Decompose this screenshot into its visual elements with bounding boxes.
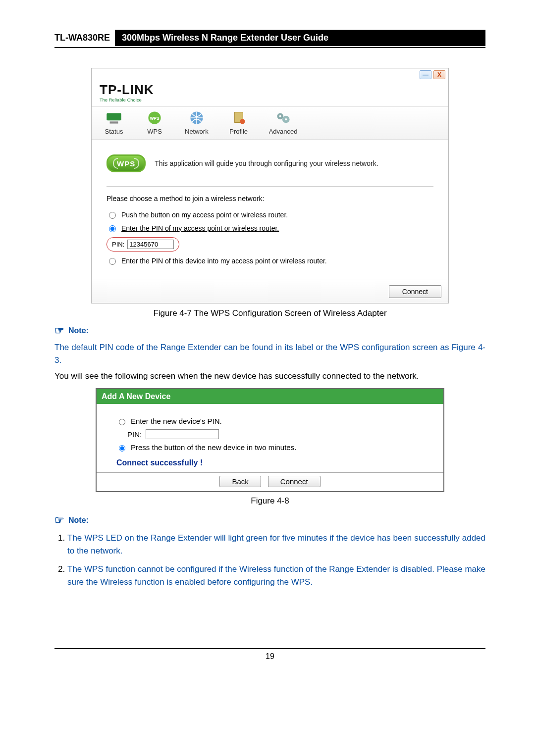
radio-push[interactable]	[109, 212, 116, 219]
back-button[interactable]: Back	[219, 476, 261, 487]
connect-button[interactable]: Connect	[389, 285, 441, 298]
option-label: Enter the new device's PIN.	[131, 417, 222, 425]
profile-icon	[228, 110, 249, 126]
svg-text:WPS: WPS	[150, 116, 159, 121]
option-label: Enter the PIN of my access point or wire…	[121, 224, 279, 232]
header-rule	[54, 47, 485, 48]
radio-press-button[interactable]	[119, 445, 125, 452]
option-label: Push the button on my access point or wi…	[121, 211, 288, 219]
radio-enter-device-pin[interactable]	[109, 258, 116, 265]
option-label: Enter the PIN of this device into my acc…	[121, 257, 327, 265]
note-1-body: The default PIN code of the Range Extend…	[54, 341, 485, 366]
tab-status[interactable]: Status	[104, 107, 124, 135]
add-device-panel: Add A New Device Enter the new device's …	[96, 388, 444, 492]
note-heading: ☞ Note:	[54, 324, 485, 337]
option-enter-device-pin[interactable]: Enter the PIN of this device into my acc…	[107, 256, 433, 265]
pointing-hand-icon: ☞	[54, 514, 64, 527]
brand-area: TP-LINK The Reliable Choice	[92, 81, 448, 106]
method-prompt: Please choose a method to join a wireles…	[107, 195, 433, 202]
option-enter-ap-pin[interactable]: Enter the PIN of my access point or wire…	[107, 224, 433, 232]
tab-label: Profile	[229, 128, 248, 135]
note-ordered-list: The WPS LED on the Range Extender will l…	[54, 532, 485, 589]
connect-button[interactable]: Connect	[268, 476, 321, 487]
tab-label: Status	[105, 128, 123, 135]
close-button[interactable]: X	[433, 70, 445, 79]
option-press-button[interactable]: Press the button of the new device in tw…	[116, 443, 431, 452]
tab-profile[interactable]: Profile	[228, 107, 249, 135]
minimize-button[interactable]: —	[420, 70, 431, 79]
window-titlebar: — X	[92, 68, 448, 81]
note-list-item: The WPS function cannot be configured if…	[67, 563, 485, 589]
pin-label: PIN:	[127, 430, 142, 439]
brand-tagline: The Reliable Choice	[100, 98, 440, 102]
pin-row: PIN:	[116, 429, 431, 439]
tab-label: WPS	[147, 128, 162, 135]
svg-point-9	[279, 115, 281, 117]
pin-input[interactable]	[146, 429, 219, 439]
tab-advanced[interactable]: Advanced	[269, 107, 298, 135]
option-enter-device-pin[interactable]: Enter the new device's PIN.	[116, 417, 431, 425]
note-heading: ☞ Note:	[54, 514, 485, 527]
note-list-item: The WPS LED on the Range Extender will l…	[67, 532, 485, 558]
wps-badge-icon: WPS	[107, 154, 146, 172]
svg-rect-0	[107, 113, 121, 121]
panel-title: Add A New Device	[97, 389, 443, 404]
network-icon	[186, 110, 207, 126]
doc-title: 300Mbps Wireless N Range Extender User G…	[115, 30, 485, 46]
radio-enter-pin[interactable]	[119, 419, 125, 425]
wps-intro-text: This application will guide you through …	[155, 159, 378, 167]
status-icon	[104, 110, 124, 126]
tab-label: Network	[185, 128, 209, 135]
figure-caption-4-7: Figure 4-7 The WPS Configuration Screen …	[54, 308, 485, 318]
note-label: Note:	[68, 516, 89, 525]
svg-rect-1	[110, 121, 118, 123]
connect-success-text: Connect successfully !	[116, 458, 431, 467]
pin-input[interactable]	[127, 240, 174, 249]
doc-model: TL-WA830RE	[54, 30, 115, 46]
advanced-icon	[273, 110, 294, 126]
body-paragraph: You will see the following screen when t…	[54, 371, 485, 381]
wps-icon: WPS	[144, 110, 165, 126]
divider	[107, 186, 433, 187]
pin-entry-highlight: PIN:	[107, 237, 179, 252]
option-push-button[interactable]: Push the button on my access point or wi…	[107, 210, 433, 219]
doc-header: TL-WA830RE 300Mbps Wireless N Range Exte…	[54, 30, 485, 46]
svg-point-10	[285, 118, 287, 120]
page-number: 19	[54, 652, 485, 661]
note-label: Note:	[68, 326, 89, 335]
figure-caption-4-8: Figure 4-8	[54, 496, 485, 506]
pointing-hand-icon: ☞	[54, 324, 64, 337]
brand-logo-text: TP-LINK	[100, 82, 440, 98]
tab-wps[interactable]: WPS WPS	[144, 107, 165, 135]
radio-enter-ap-pin[interactable]	[109, 225, 116, 232]
tab-bar: Status WPS WPS Network	[92, 106, 448, 140]
tab-label: Advanced	[269, 128, 298, 135]
footer-rule	[54, 648, 485, 649]
wps-utility-window: — X TP-LINK The Reliable Choice Status W…	[91, 68, 449, 303]
svg-point-6	[240, 119, 245, 124]
option-label: Press the button of the new device in tw…	[131, 443, 296, 452]
pin-label: PIN:	[112, 241, 124, 248]
tab-network[interactable]: Network	[185, 107, 209, 135]
